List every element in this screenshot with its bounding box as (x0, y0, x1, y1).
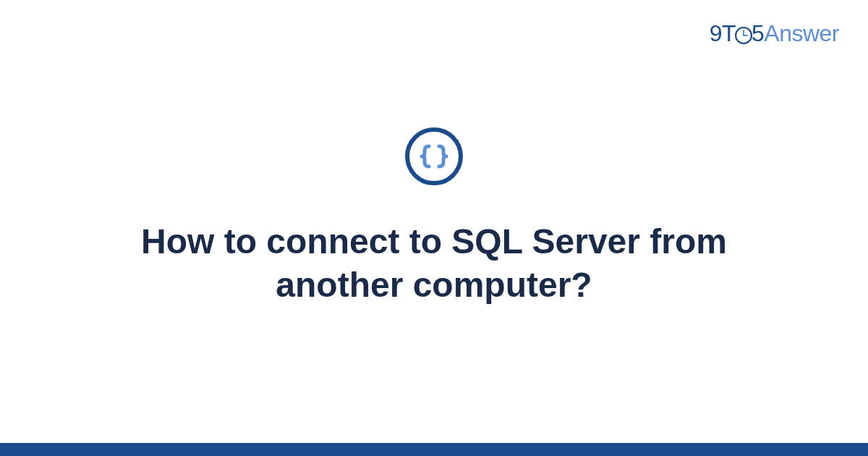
logo-part-9t: 9T (710, 20, 736, 46)
page-title: How to connect to SQL Server from anothe… (116, 220, 752, 307)
clock-icon (734, 26, 753, 45)
footer-accent-bar (0, 443, 868, 456)
site-logo: 9T5Answer (710, 20, 839, 47)
logo-part-5: 5 (752, 20, 764, 46)
logo-part-answer: Answer (764, 20, 839, 46)
code-braces-icon (405, 127, 463, 185)
main-content: How to connect to SQL Server from anothe… (0, 127, 868, 307)
